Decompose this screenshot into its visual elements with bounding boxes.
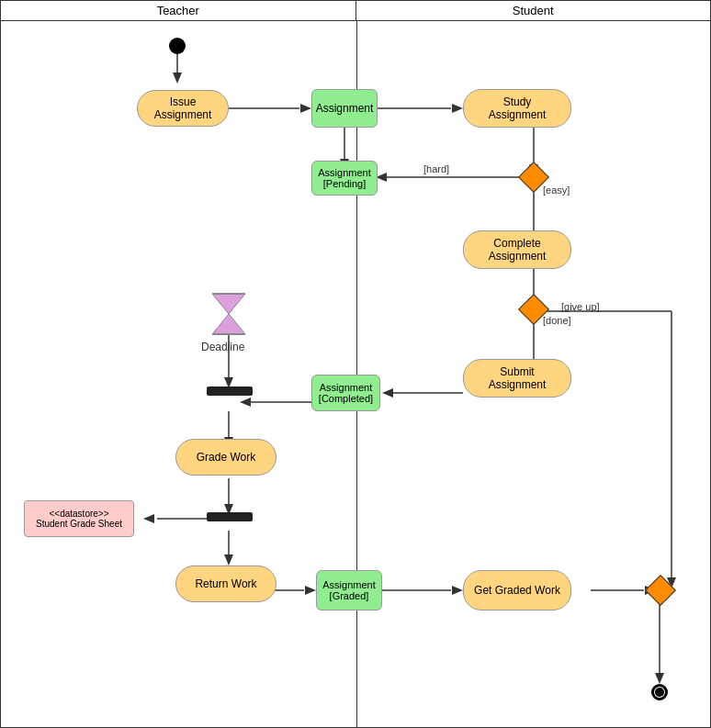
diagram-container: Teacher Student <box>0 0 711 728</box>
issue-assignment-node: Issue Assignment <box>137 90 229 127</box>
done-giveup-diamond <box>523 298 545 320</box>
grade-work-node: Grade Work <box>175 439 276 476</box>
submit-assignment-node: Submit Assignment <box>463 359 571 398</box>
student-lane-title: Student <box>356 1 711 20</box>
sync-bar-1 <box>207 386 253 396</box>
give-up-label: [give up] <box>561 301 600 312</box>
study-assignment-node: Study Assignment <box>463 89 571 128</box>
hard-label: [hard] <box>423 163 449 174</box>
start-node <box>169 38 186 54</box>
svg-marker-30 <box>143 514 154 523</box>
sync-bar-2 <box>207 512 253 521</box>
done-label: [done] <box>543 315 571 326</box>
end-node <box>651 684 668 700</box>
complete-assignment-node: Complete Assignment <box>463 230 571 269</box>
svg-marker-1 <box>173 73 182 84</box>
svg-marker-5 <box>452 104 463 113</box>
hourglass-icon <box>209 292 249 341</box>
svg-marker-40 <box>655 673 664 684</box>
assignment-pending-node: Assignment[Pending] <box>311 161 378 196</box>
teacher-lane-title: Teacher <box>1 1 356 20</box>
get-graded-work-node: Get Graded Work <box>463 570 571 610</box>
svg-marker-34 <box>305 586 316 595</box>
assignment-completed-node: Assignment[Completed] <box>311 375 380 411</box>
svg-marker-43 <box>212 294 245 314</box>
return-work-node: Return Work <box>175 566 276 602</box>
svg-marker-3 <box>300 104 311 113</box>
assignment-graded-node: Assignment[Graded] <box>316 570 382 610</box>
svg-marker-20 <box>382 388 393 398</box>
svg-marker-24 <box>240 398 251 407</box>
svg-marker-36 <box>452 586 463 595</box>
easy-label: [easy] <box>543 185 570 196</box>
svg-marker-44 <box>212 314 245 334</box>
difficulty-diamond <box>523 166 545 188</box>
final-diamond <box>649 579 672 601</box>
swimlane-body: Issue Assignment Assignment Study Assign… <box>1 21 710 728</box>
svg-marker-32 <box>224 554 233 566</box>
assignment-node: Assignment <box>311 89 378 128</box>
deadline-label: Deadline <box>201 341 244 353</box>
student-grade-sheet-node: <<datastore>>Student Grade Sheet <box>24 500 134 537</box>
swimlane-header: Teacher Student <box>1 1 710 21</box>
